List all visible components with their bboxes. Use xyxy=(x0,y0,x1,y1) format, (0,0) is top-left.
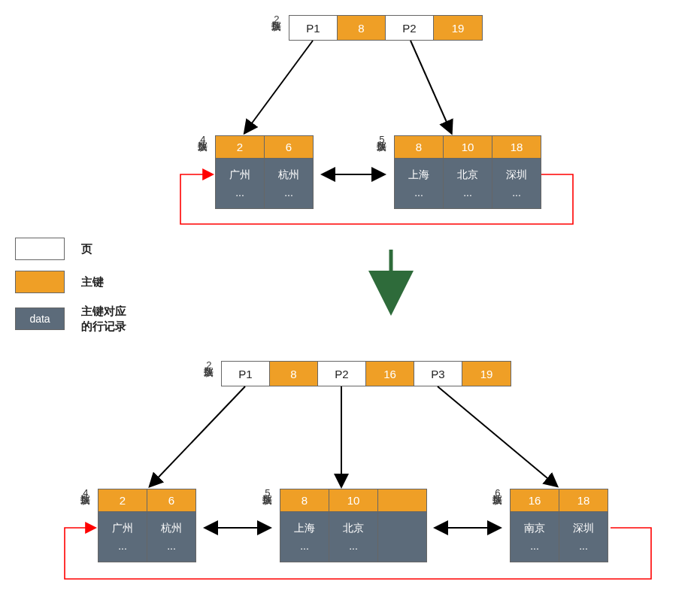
leaf-key: 18 xyxy=(492,136,541,159)
leaf-key: 6 xyxy=(265,136,313,159)
leaf-col: 16 南京... xyxy=(511,489,559,562)
leaf-col: 6 杭州... xyxy=(147,489,195,562)
leaf-key: 16 xyxy=(511,489,559,512)
legend-row-page: 页 xyxy=(15,238,126,260)
root-cell-p2: P2 xyxy=(318,362,366,386)
leaf-node-4-top: 2 广州... 6 杭州... xyxy=(215,135,314,209)
legend-text-key: 主键 xyxy=(81,274,104,289)
leaf-col: 8 上海... xyxy=(280,489,329,562)
legend-swatch-page xyxy=(15,238,65,260)
label-block5-bottom: 数据块5 xyxy=(262,487,272,498)
leaf-data: 南京... xyxy=(511,512,559,562)
svg-line-0 xyxy=(245,41,313,132)
leaf-key: 10 xyxy=(444,136,492,159)
label-block6-bottom: 数据块6 xyxy=(492,487,502,498)
leaf-key: 10 xyxy=(329,489,377,512)
legend-swatch-data: data xyxy=(15,308,65,330)
root-cell-k3: 19 xyxy=(462,362,511,386)
leaf-node-6-bottom: 16 南京... 18 深圳... xyxy=(510,489,608,562)
leaf-data: 杭州... xyxy=(147,512,195,562)
leaf-key: 2 xyxy=(216,136,264,159)
leaf-data: 上海... xyxy=(280,512,329,562)
legend-swatch-key xyxy=(15,271,65,293)
leaf-key: 18 xyxy=(559,489,608,512)
leaf-key: 8 xyxy=(280,489,329,512)
root-cell-k1: 8 xyxy=(338,16,386,40)
leaf-key xyxy=(378,489,426,512)
leaf-data: 上海... xyxy=(395,159,443,208)
root-cell-p1: P1 xyxy=(222,362,270,386)
leaf-col: 18 深圳... xyxy=(559,489,608,562)
leaf-col: 6 杭州... xyxy=(265,136,313,208)
legend: 页 主键 data 主键对应 的行记录 xyxy=(15,238,126,344)
leaf-col: 2 广州... xyxy=(216,136,265,208)
label-block4-top: 数据块4 xyxy=(197,134,208,145)
leaf-data: 广州... xyxy=(98,512,147,562)
leaf-col: 8 上海... xyxy=(395,136,444,208)
leaf-data xyxy=(378,512,426,562)
legend-row-key: 主键 xyxy=(15,271,126,293)
leaf-node-5-bottom: 8 上海... 10 北京... xyxy=(280,489,427,562)
leaf-node-5-top: 8 上海... 10 北京... 18 深圳... xyxy=(394,135,541,209)
leaf-col: 2 广州... xyxy=(98,489,147,562)
leaf-node-4-bottom: 2 广州... 6 杭州... xyxy=(98,489,196,562)
label-block5-top: 数据块5 xyxy=(376,134,386,145)
leaf-col: 10 北京... xyxy=(329,489,378,562)
label-block4-bottom: 数据块4 xyxy=(80,487,90,498)
leaf-key: 2 xyxy=(98,489,147,512)
label-block2-top: 数据块2 xyxy=(271,14,281,25)
leaf-data: 深圳... xyxy=(559,512,608,562)
legend-text-data: 主键对应 的行记录 xyxy=(81,304,126,333)
leaf-key: 8 xyxy=(395,136,443,159)
root-cell-p2: P2 xyxy=(386,16,434,40)
root-node-bottom: P1 8 P2 16 P3 19 xyxy=(221,361,511,386)
root-cell-p1: P1 xyxy=(289,16,338,40)
leaf-col: 10 北京... xyxy=(444,136,492,208)
leaf-data: 北京... xyxy=(444,159,492,208)
root-cell-k1: 8 xyxy=(270,362,318,386)
leaf-col: 18 深圳... xyxy=(492,136,541,208)
leaf-col xyxy=(378,489,426,562)
svg-line-6 xyxy=(438,386,556,486)
leaf-data: 广州... xyxy=(216,159,264,208)
leaf-data: 北京... xyxy=(329,512,377,562)
leaf-data: 深圳... xyxy=(492,159,541,208)
svg-line-4 xyxy=(150,386,245,486)
leaf-key: 6 xyxy=(147,489,195,512)
leaf-data: 杭州... xyxy=(265,159,313,208)
root-node-top: P1 8 P2 19 xyxy=(289,15,483,41)
diagram-canvas: { "legend": { "page": "页", "key": "主键", … xyxy=(0,0,700,612)
legend-row-data: data 主键对应 的行记录 xyxy=(15,304,126,333)
root-cell-k2: 16 xyxy=(366,362,414,386)
label-block2-bottom: 数据块2 xyxy=(203,359,214,371)
root-cell-p3: P3 xyxy=(414,362,462,386)
svg-line-1 xyxy=(411,41,451,132)
root-cell-k2: 19 xyxy=(434,16,482,40)
legend-text-page: 页 xyxy=(81,241,92,256)
